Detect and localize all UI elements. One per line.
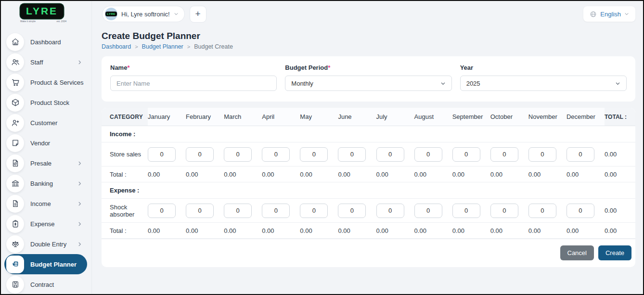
budget-amount-input[interactable] (224, 204, 252, 218)
sidebar-item-vendor[interactable]: Vendor (4, 133, 87, 153)
month-total-value: 0.00 (528, 171, 567, 178)
sidebar-item-customer[interactable]: Customer (4, 113, 87, 133)
month-input-cell (452, 204, 490, 218)
main-column: LYRE Hi, Lyre softronic! + English Creat… (92, 1, 643, 294)
sidebar-item-label: Banking (30, 180, 77, 187)
brand-logo[interactable]: LYRE Make it simple est. 2004 (1, 1, 91, 26)
brand-logo-text: LYRE (26, 5, 58, 16)
budget-amount-input[interactable] (567, 204, 594, 218)
budget-amount-input[interactable] (300, 147, 328, 162)
topbar: LYRE Hi, Lyre softronic! + English (92, 1, 643, 25)
avatar-logo-text: LYRE (105, 12, 116, 16)
breadcrumb-current: Budget Create (194, 43, 233, 50)
breadcrumb-link[interactable]: Dashboard (102, 43, 131, 50)
profile-greeting: Hi, Lyre softronic! (121, 11, 170, 18)
budget-amount-input[interactable] (148, 147, 176, 162)
sidebar-nav: DashboardStaffProduct & ServicesProduct … (1, 26, 91, 294)
budget-amount-input[interactable] (414, 147, 442, 162)
sidebar-item-product-stock[interactable]: Product Stock (4, 92, 87, 113)
budget-amount-input[interactable] (490, 147, 518, 162)
budget-amount-input[interactable] (376, 147, 404, 162)
sidebar-item-income[interactable]: Income (4, 193, 87, 214)
month-total-value: 0.00 (300, 227, 338, 234)
budget-amount-input[interactable] (338, 204, 366, 218)
breadcrumb-link[interactable]: Budget Planner (142, 43, 183, 50)
budget-amount-input[interactable] (528, 147, 556, 162)
name-field-group: Name* (110, 64, 277, 91)
chevron-right-icon (77, 242, 82, 247)
month-input-cell (338, 204, 376, 218)
cancel-button[interactable]: Cancel (560, 245, 594, 260)
section-heading-expense: Expense : (102, 182, 635, 199)
budget-amount-input[interactable] (376, 204, 404, 218)
month-total-value: 0.00 (452, 227, 490, 234)
month-input-cell (148, 147, 186, 162)
add-workspace-button[interactable]: + (190, 6, 206, 23)
name-input[interactable] (110, 76, 277, 91)
budget-amount-input[interactable] (186, 204, 214, 218)
month-input-cell (490, 147, 528, 162)
category-label: Shock absorber (102, 204, 148, 218)
column-header-month: March (224, 113, 262, 120)
month-total-value: 0.00 (224, 227, 262, 234)
sidebar-item-staff[interactable]: Staff (4, 52, 87, 72)
month-input-cell (528, 204, 567, 218)
budget-amount-input[interactable] (262, 147, 290, 162)
month-total-value: 0.00 (338, 227, 376, 234)
bank-icon (6, 175, 24, 192)
month-input-cell (376, 204, 414, 218)
budget-amount-input[interactable] (567, 147, 594, 162)
budget-period-select[interactable]: Monthly (285, 76, 451, 91)
budget-category-row: Store sales0.00 (102, 142, 635, 167)
month-input-cell (414, 147, 452, 162)
month-total-value: 0.00 (490, 227, 528, 234)
month-input-cell (186, 147, 224, 162)
year-select[interactable]: 2025 (460, 76, 627, 91)
month-total-value: 0.00 (414, 227, 452, 234)
month-total-value: 0.00 (567, 171, 605, 178)
language-selector[interactable]: English (583, 6, 635, 22)
sidebar-item-label: Income (30, 200, 77, 207)
budget-amount-input[interactable] (300, 204, 328, 218)
sidebar-item-product-services[interactable]: Product & Services (4, 72, 87, 92)
page-title: Create Budget Planner (102, 31, 635, 41)
sidebar-item-expense[interactable]: Expense (4, 214, 87, 234)
budget-amount-input[interactable] (452, 147, 480, 162)
budget-amount-input[interactable] (414, 204, 442, 218)
row-total-value: 0.00 (605, 151, 635, 158)
required-asterisk: * (127, 64, 129, 71)
profile-menu-button[interactable]: LYRE Hi, Lyre softronic! (102, 6, 185, 22)
sidebar-item-budget-planner[interactable]: Budget Planner (4, 254, 87, 274)
create-button[interactable]: Create (598, 245, 631, 260)
month-total-value: 0.00 (186, 171, 224, 178)
budget-amount-input[interactable] (148, 204, 176, 218)
sidebar-item-contract[interactable]: Contract (4, 274, 87, 294)
month-input-cell (567, 147, 605, 162)
budget-amount-input[interactable] (490, 204, 518, 218)
month-input-cell (300, 204, 338, 218)
column-header-month: October (490, 113, 528, 120)
budget-amount-input[interactable] (186, 147, 214, 162)
column-header-category: CATEGORY (102, 108, 148, 126)
name-field-label: Name* (110, 64, 277, 71)
budget-amount-input[interactable] (528, 204, 556, 218)
column-header-month: February (186, 113, 224, 120)
budget-amount-input[interactable] (338, 147, 366, 162)
sidebar-item-banking[interactable]: Banking (4, 173, 87, 193)
home-icon (6, 33, 24, 51)
month-input-cell (262, 204, 300, 218)
column-header-month: December (567, 113, 605, 120)
chevron-down-icon (440, 81, 446, 86)
budget-amount-input[interactable] (262, 204, 290, 218)
sidebar-item-double-entry[interactable]: Double Entry (4, 234, 87, 254)
sidebar-item-label: Vendor (30, 140, 82, 147)
column-header-month: April (262, 113, 300, 120)
budget-amount-input[interactable] (452, 204, 480, 218)
users-icon (6, 53, 24, 71)
budget-amount-input[interactable] (224, 147, 252, 162)
sidebar-item-presale[interactable]: Presale (4, 153, 87, 173)
month-total-value: 0.00 (300, 171, 338, 178)
sidebar-item-dashboard[interactable]: Dashboard (4, 32, 87, 52)
sidebar-item-label: Double Entry (30, 241, 77, 248)
sidebar: LYRE Make it simple est. 2004 DashboardS… (1, 1, 92, 294)
